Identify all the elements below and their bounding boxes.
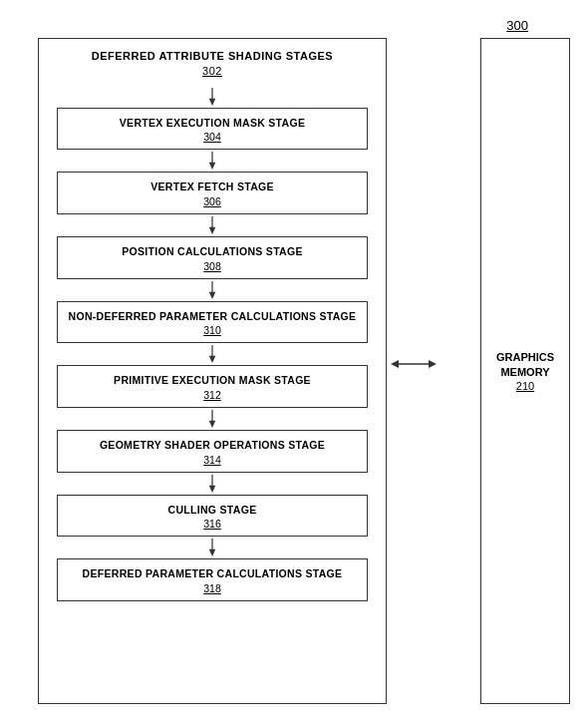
memory-number: 210 — [516, 380, 534, 392]
stage-box-306: VERTEX FETCH STAGE306 — [57, 172, 368, 214]
main-title-number: 302 — [39, 64, 386, 79]
stage-number-316: 316 — [64, 518, 361, 530]
stage-box-304: VERTEX EXECUTION MASK STAGE304 — [57, 108, 368, 151]
stage-label-308: POSITION CALCULATIONS STAGE — [64, 245, 361, 259]
stage-arrow-5 — [57, 408, 368, 430]
stage-arrow-6 — [57, 473, 368, 495]
stage-arrow-2 — [57, 214, 368, 236]
stages-area: VERTEX EXECUTION MASK STAGE304 VERTEX FE… — [39, 86, 386, 601]
svg-marker-13 — [209, 485, 216, 492]
svg-marker-15 — [209, 549, 216, 556]
main-title-text: DEFERRED ATTRIBUTE SHADING STAGES — [92, 50, 333, 62]
memory-box: GRAPHICS MEMORY 210 — [480, 38, 570, 704]
stage-box-312: PRIMITIVE EXECUTION MASK STAGE312 — [57, 365, 368, 408]
stage-label-310: NON-DEFERRED PARAMETER CALCULATIONS STAG… — [64, 310, 361, 324]
stage-box-310: NON-DEFERRED PARAMETER CALCULATIONS STAG… — [57, 301, 368, 344]
stage-box-308: POSITION CALCULATIONS STAGE308 — [57, 236, 368, 279]
page: 300 DEFERRED ATTRIBUTE SHADING STAGES 30… — [0, 0, 588, 728]
stage-number-308: 308 — [64, 260, 361, 272]
stage-arrow-7 — [57, 537, 368, 558]
stage-number-318: 318 — [64, 582, 361, 594]
stage-label-304: VERTEX EXECUTION MASK STAGE — [64, 117, 361, 131]
svg-marker-17 — [391, 360, 399, 368]
stage-number-314: 314 — [64, 454, 361, 466]
stage-label-312: PRIMITIVE EXECUTION MASK STAGE — [64, 374, 361, 388]
double-arrow-connector — [391, 356, 437, 372]
stage-label-306: VERTEX FETCH STAGE — [64, 181, 361, 194]
stage-number-312: 312 — [64, 389, 361, 401]
main-container: DEFERRED ATTRIBUTE SHADING STAGES 302 VE… — [38, 38, 387, 704]
stage-box-318: DEFERRED PARAMETER CALCULATIONS STAGE318 — [57, 558, 368, 601]
memory-label-line1: GRAPHICS — [496, 350, 554, 365]
svg-marker-7 — [209, 291, 216, 298]
svg-marker-9 — [209, 356, 216, 363]
stage-label-318: DEFERRED PARAMETER CALCULATIONS STAGE — [64, 567, 361, 581]
stage-arrow-3 — [57, 279, 368, 301]
stage-number-304: 304 — [64, 131, 361, 143]
svg-marker-11 — [209, 421, 216, 428]
stage-number-310: 310 — [64, 324, 361, 336]
stage-box-314: GEOMETRY SHADER OPERATIONS STAGE314 — [57, 430, 368, 473]
svg-marker-3 — [209, 163, 216, 170]
diagram-number: 300 — [506, 18, 528, 33]
stage-arrow-0 — [57, 86, 368, 108]
stage-label-314: GEOMETRY SHADER OPERATIONS STAGE — [64, 439, 361, 453]
svg-marker-5 — [209, 227, 216, 234]
stage-arrow-4 — [57, 343, 368, 365]
memory-label-line2: MEMORY — [500, 365, 549, 380]
svg-marker-18 — [429, 360, 437, 368]
stage-arrow-1 — [57, 150, 368, 172]
stage-label-316: CULLING STAGE — [64, 504, 361, 518]
main-title: DEFERRED ATTRIBUTE SHADING STAGES 302 — [39, 49, 386, 80]
svg-marker-1 — [209, 98, 216, 105]
stage-number-306: 306 — [64, 195, 361, 207]
stage-box-316: CULLING STAGE316 — [57, 495, 368, 538]
